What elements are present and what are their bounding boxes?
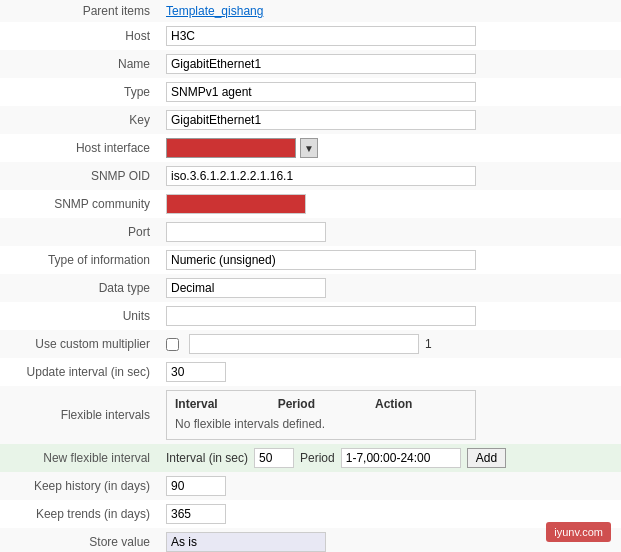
flexible-intervals-label: Flexible intervals bbox=[0, 386, 160, 444]
flexible-intervals-header: Interval Period Action bbox=[171, 395, 471, 413]
flexible-col-action: Action bbox=[375, 397, 412, 411]
flexible-col-period: Period bbox=[278, 397, 315, 411]
snmp-community-label: SNMP community bbox=[0, 190, 160, 218]
type-input[interactable] bbox=[166, 82, 476, 102]
multiplier-value: 1 bbox=[425, 337, 432, 351]
period-label: Period bbox=[300, 451, 335, 465]
new-flexible-row: Interval (in sec) Period Add bbox=[166, 448, 615, 468]
port-label: Port bbox=[0, 218, 160, 246]
host-interface-container: ▼ bbox=[166, 138, 615, 158]
host-interface-label: Host interface bbox=[0, 134, 160, 162]
snmp-oid-input[interactable] bbox=[166, 166, 476, 186]
keep-trends-input[interactable] bbox=[166, 504, 226, 524]
key-label: Key bbox=[0, 106, 160, 134]
update-interval-input[interactable] bbox=[166, 362, 226, 382]
watermark: iyunv.com bbox=[546, 522, 611, 542]
keep-history-input[interactable] bbox=[166, 476, 226, 496]
store-value-input[interactable] bbox=[166, 532, 326, 552]
interval-in-sec-label: Interval (in sec) bbox=[166, 451, 248, 465]
store-value-label: Store value bbox=[0, 528, 160, 552]
snmp-oid-label: SNMP OID bbox=[0, 162, 160, 190]
new-flexible-label: New flexible interval bbox=[0, 444, 160, 472]
snmp-community-input[interactable] bbox=[166, 194, 306, 214]
data-type-label: Data type bbox=[0, 274, 160, 302]
name-label: Name bbox=[0, 50, 160, 78]
data-type-input[interactable] bbox=[166, 278, 326, 298]
main-form: Parent items Template_qishang Host Name … bbox=[0, 0, 621, 552]
port-input[interactable] bbox=[166, 222, 326, 242]
new-period-input[interactable] bbox=[341, 448, 461, 468]
host-label: Host bbox=[0, 22, 160, 50]
parent-items-link[interactable]: Template_qishang bbox=[166, 4, 263, 18]
units-input[interactable] bbox=[166, 306, 476, 326]
flexible-no-data: No flexible intervals defined. bbox=[171, 413, 471, 435]
flexible-col-interval: Interval bbox=[175, 397, 218, 411]
keep-trends-label: Keep trends (in days) bbox=[0, 500, 160, 528]
dropdown-arrow-icon[interactable]: ▼ bbox=[300, 138, 318, 158]
host-interface-select[interactable] bbox=[166, 138, 296, 158]
type-label: Type bbox=[0, 78, 160, 106]
flexible-intervals-box: Interval Period Action No flexible inter… bbox=[166, 390, 476, 440]
type-of-info-input[interactable] bbox=[166, 250, 476, 270]
name-input[interactable] bbox=[166, 54, 476, 74]
keep-history-label: Keep history (in days) bbox=[0, 472, 160, 500]
type-of-info-label: Type of information bbox=[0, 246, 160, 274]
units-label: Units bbox=[0, 302, 160, 330]
host-input[interactable] bbox=[166, 26, 476, 46]
parent-items-label: Parent items bbox=[0, 0, 160, 22]
update-interval-label: Update interval (in sec) bbox=[0, 358, 160, 386]
use-custom-multiplier-label: Use custom multiplier bbox=[0, 330, 160, 358]
multiplier-input[interactable] bbox=[189, 334, 419, 354]
custom-multiplier-checkbox[interactable] bbox=[166, 338, 179, 351]
add-button[interactable]: Add bbox=[467, 448, 506, 468]
new-interval-input[interactable] bbox=[254, 448, 294, 468]
key-input[interactable] bbox=[166, 110, 476, 130]
